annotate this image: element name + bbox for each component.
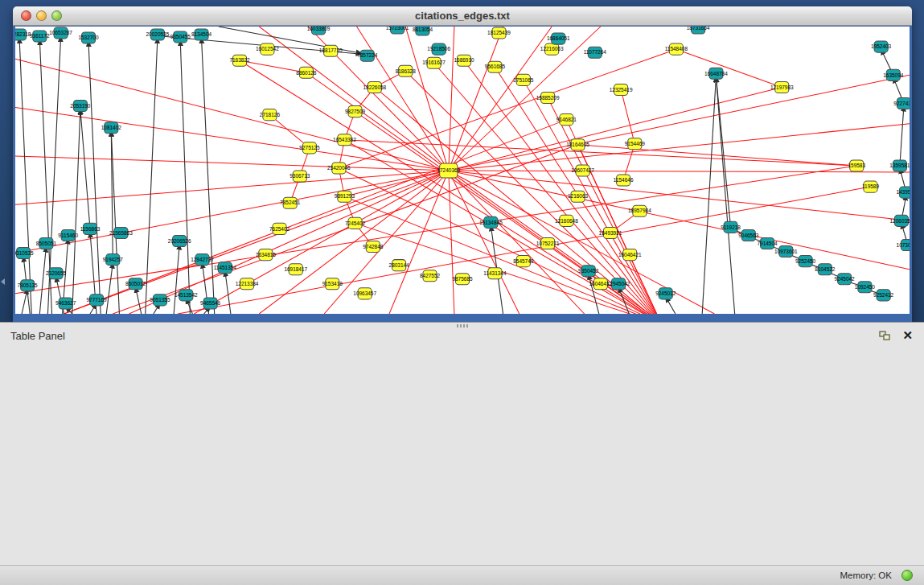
float-panel-icon[interactable] (879, 331, 891, 341)
graph-node[interactable]: 9252412 (873, 290, 894, 301)
graph-node[interactable]: 9310535 (15, 248, 34, 259)
graph-node[interactable]: 1359581 (889, 160, 910, 171)
graph-node[interactable]: 7905135 (18, 280, 39, 291)
graph-node[interactable]: 9306713 (290, 171, 310, 182)
graph-node[interactable]: 119589 (862, 181, 879, 192)
graph-node[interactable]: 9051355 (150, 295, 170, 306)
graph-node[interactable]: 8104522 (815, 264, 836, 275)
graph-node[interactable]: 18731654 (687, 27, 710, 34)
graph-node[interactable]: 15723001 (386, 27, 409, 34)
network-canvas[interactable]: 1724036918226058982750916543382234200469… (15, 27, 910, 314)
graph-node[interactable]: 14513542 (175, 290, 198, 301)
graph-node[interactable]: 9465546 (200, 298, 221, 309)
graph-node[interactable]: 7163822 (229, 55, 250, 66)
graph-node[interactable]: 10963457 (353, 288, 376, 299)
graph-node-label: 16864051 (547, 35, 570, 41)
graph-node[interactable]: 18957984 (628, 205, 651, 216)
graph-node[interactable]: 16046421 (618, 249, 642, 261)
close-panel-icon[interactable]: ✕ (902, 329, 913, 342)
graph-node[interactable]: 16864051 (547, 33, 570, 44)
graph-node[interactable]: 12213384 (236, 278, 259, 290)
graph-node[interactable]: 10607427 (571, 165, 594, 176)
graph-node[interactable]: 9827509 (345, 106, 366, 117)
graph-node[interactable]: 17240369 (437, 163, 460, 178)
graph-node[interactable]: 15134845 (479, 216, 503, 228)
graph-node[interactable]: 1439543 (896, 187, 910, 198)
graph-node[interactable]: 9245012 (655, 288, 676, 299)
graph-node[interactable]: 19161627 (422, 57, 446, 68)
graph-node[interactable]: 16648784 (704, 68, 728, 79)
graph-node[interactable]: 1216063 (568, 191, 589, 202)
graph-node[interactable]: 10973601 (774, 246, 798, 257)
panel-collapse-arrow-icon[interactable] (1, 278, 5, 285)
graph-node[interactable]: 16282318 (15, 29, 31, 40)
graph-node[interactable]: 1686910 (454, 55, 474, 66)
graph-node[interactable]: 16918417 (284, 264, 307, 275)
graph-edge (449, 27, 503, 171)
graph-node[interactable]: 8134504 (191, 29, 212, 40)
graph-node[interactable]: 19218506 (427, 43, 450, 55)
graph-node-label: 9561685 (485, 64, 506, 70)
graph-node[interactable]: 9194257 (103, 254, 124, 266)
graph-node[interactable]: 8427552 (420, 270, 441, 282)
graph-node-label: 7245402 (345, 220, 366, 226)
graph-node[interactable]: 12325419 (610, 84, 633, 95)
graph-node[interactable]: 11451354 (214, 262, 237, 274)
graph-node-label: 159583 (848, 163, 866, 168)
graph-node-label: 15493921 (599, 230, 622, 236)
graph-edge (194, 171, 448, 314)
graph-node-label: 9227435 (893, 101, 910, 106)
graph-node[interactable]: 18164605 (566, 139, 589, 150)
graph-node[interactable]: 8505051 (36, 237, 57, 249)
graph-node[interactable]: 15885209 (536, 92, 560, 103)
graph-node[interactable]: 9875685 (452, 274, 473, 285)
graph-node[interactable]: 2053190 (70, 101, 91, 112)
graph-node-label: 23420046 (327, 165, 351, 171)
graph-node[interactable]: 2803144 (389, 260, 410, 271)
graph-node[interactable]: 8605012 (125, 278, 146, 290)
graph-node[interactable]: 9146821 (556, 114, 577, 126)
graph-node[interactable]: 9561685 (485, 61, 506, 72)
graph-node[interactable]: 10730544 (897, 239, 910, 250)
graph-node[interactable]: 7625402 (269, 223, 290, 234)
graph-node[interactable]: 15493921 (599, 227, 622, 238)
window-titlebar[interactable]: citations_edges.txt (13, 6, 912, 26)
graph-node[interactable]: 9350452 (578, 266, 599, 277)
graph-node[interactable]: 11431344 (483, 268, 507, 279)
graph-node[interactable]: 9154469 (625, 138, 646, 150)
graph-node[interactable]: 11077264 (584, 47, 607, 58)
graph-node[interactable]: 159583 (848, 160, 866, 171)
graph-node[interactable]: 10653287 (49, 27, 72, 39)
graph-node[interactable]: 18125439 (487, 27, 511, 39)
graph-node[interactable]: 16033809 (307, 27, 331, 35)
graph-node[interactable]: 7634815 (256, 249, 277, 261)
graph-node[interactable]: 2718126 (260, 109, 281, 121)
graph-node[interactable]: 11548408 (665, 43, 688, 55)
graph-node[interactable]: 8813054 (413, 27, 433, 35)
graph-node[interactable]: 9350455 (170, 31, 191, 43)
graph-node[interactable]: 1532700 (78, 32, 99, 43)
graph-node-label: 8427552 (420, 273, 441, 278)
graph-node-label: 9310535 (15, 250, 34, 256)
graph-node[interactable]: 7857224 (357, 50, 378, 61)
graph-node[interactable]: 1154646 (614, 175, 634, 186)
graph-node[interactable]: 9361172 (30, 31, 50, 42)
graph-node[interactable]: 12197983 (770, 81, 794, 93)
graph-node[interactable]: 2320655 (46, 268, 67, 279)
graph-node[interactable]: 9891293 (335, 191, 355, 202)
graph-node[interactable]: 20020535 (146, 29, 170, 40)
graph-node[interactable]: 9275125 (299, 142, 320, 154)
graph-node[interactable]: 9742848 (363, 241, 384, 252)
graph-node[interactable]: 16543382 (333, 134, 356, 146)
graph-node[interactable]: 9227435 (893, 97, 910, 109)
graph-node[interactable]: 1952403 (871, 41, 892, 52)
graph-node[interactable]: 8860128 (296, 67, 317, 78)
graph-node-label: 18125439 (487, 30, 511, 35)
graph-node[interactable]: 12060354 (890, 215, 910, 226)
graph-node[interactable]: 18817710 (319, 45, 343, 56)
graph-node-label: 8104522 (815, 266, 836, 272)
graph-node[interactable]: 9153418 (322, 278, 343, 290)
graph-node[interactable]: 1081402 (101, 122, 122, 134)
graph-node[interactable]: 1635094 (883, 69, 904, 80)
graph-node[interactable]: 12216063 (540, 43, 564, 55)
